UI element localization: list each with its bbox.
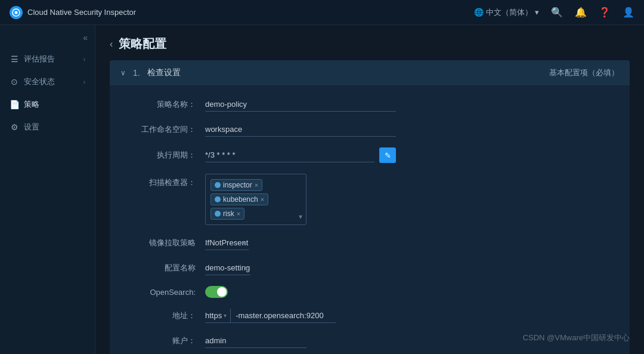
namespace-wrap (205, 122, 396, 137)
sidebar-item-policy[interactable]: 📄 策略 (0, 93, 95, 116)
search-icon[interactable]: 🔍 (551, 7, 563, 18)
security-icon: ⊙ (10, 77, 19, 87)
logo-icon (10, 6, 23, 19)
language-label: 中文（简体） (486, 7, 532, 18)
topbar-right: 🌐 中文（简体） ▾ 🔍 🔔 ❓ 👤 (474, 7, 634, 18)
page-header: ‹ 策略配置 (95, 25, 644, 60)
proto-arrow: ▾ (224, 312, 227, 319)
sidebar: « ☰ 评估报告 › ⊙ 安全状态 › 📄 策略 ⚙ 设置 (0, 25, 95, 354)
settings-section: ∨ 1. 检查设置 基本配置项（必填） 策略名称： 工作命名空间： (110, 60, 630, 354)
assessment-icon: ☰ (10, 54, 19, 64)
opensearch-row: OpenSearch: (140, 286, 615, 298)
proto-label: https (205, 311, 222, 320)
section-number: 1. (133, 68, 140, 78)
sidebar-item-label: 评估报告 (24, 54, 55, 64)
sidebar-item-label: 设置 (24, 122, 39, 133)
topbar: Cloud Native Security Inspector 🌐 中文（简体）… (0, 0, 644, 25)
tag-risk: risk × (210, 208, 244, 220)
pull-policy-label: 镜像拉取策略 (140, 238, 205, 248)
opensearch-label: OpenSearch: (140, 288, 205, 297)
tag-label-inspector: inspector (223, 181, 252, 189)
scanner-label: 扫描检查器： (140, 174, 205, 188)
tag-remove-kubebench[interactable]: × (261, 196, 264, 203)
address-row: 地址： https ▾ (140, 309, 615, 323)
tag-inspector: inspector × (210, 179, 262, 191)
account-label: 账户： (140, 335, 205, 346)
account-input[interactable] (205, 334, 306, 348)
tags-dropdown-arrow[interactable]: ▾ (299, 213, 302, 221)
sidebar-item-label: 安全状态 (24, 76, 55, 87)
language-selector[interactable]: 🌐 中文（简体） ▾ (474, 7, 539, 18)
globe-icon: 🌐 (474, 8, 484, 17)
sidebar-item-label: 策略 (24, 99, 39, 110)
tag-icon-kubebench (215, 196, 221, 202)
sidebar-item-assessment[interactable]: ☰ 评估报告 › (0, 48, 95, 70)
schedule-label: 执行周期： (140, 150, 205, 161)
section-header: ∨ 1. 检查设置 基本配置项（必填） (110, 60, 630, 85)
tag-icon-inspector (215, 182, 221, 188)
namespace-input[interactable] (205, 122, 396, 137)
cron-edit-button[interactable]: ✎ (379, 147, 396, 163)
language-arrow: ▾ (535, 8, 539, 17)
help-icon[interactable]: ❓ (599, 7, 611, 18)
tag-remove-inspector[interactable]: × (255, 181, 258, 189)
address-host-input[interactable] (236, 309, 336, 322)
form-body: 策略名称： 工作命名空间： 执行周期： (110, 85, 630, 354)
proto-selector[interactable]: https ▾ (205, 309, 231, 322)
tag-label-kubebench: kubebench (223, 195, 258, 204)
pull-policy-select-wrap: IfNotPresent Always Never (205, 236, 249, 250)
tag-icon-risk (215, 211, 221, 217)
namespace-label: 工作命名空间： (140, 124, 205, 135)
security-arrow: › (83, 79, 85, 85)
schedule-wrap: ✎ (205, 147, 396, 163)
sidebar-collapse-btn[interactable]: « (0, 30, 95, 48)
tag-kubebench: kubebench × (210, 193, 268, 205)
section-title: 检查设置 (147, 67, 181, 78)
cron-wrap: ✎ (205, 147, 396, 163)
assessment-arrow: › (83, 56, 85, 63)
config-name-select-wrap: demo-setting (205, 261, 250, 275)
watermark: CSDN @VMware中国研发中心 (523, 333, 630, 343)
config-name-row: 配置名称 demo-setting (140, 261, 615, 275)
sidebar-item-security[interactable]: ⊙ 安全状态 › (0, 70, 95, 93)
bell-icon[interactable]: 🔔 (575, 7, 587, 18)
policy-icon: 📄 (10, 100, 19, 109)
opensearch-toggle[interactable] (205, 286, 228, 298)
sidebar-item-settings[interactable]: ⚙ 设置 (0, 116, 95, 138)
svg-point-1 (15, 11, 18, 14)
tag-remove-risk[interactable]: × (237, 210, 240, 217)
config-name-select[interactable]: demo-setting (205, 261, 250, 275)
collapse-icon: « (83, 33, 88, 42)
back-button[interactable]: ‹ (110, 39, 113, 50)
section-toggle[interactable]: ∨ (120, 69, 126, 77)
tag-label-risk: risk (223, 210, 234, 218)
edit-icon: ✎ (385, 151, 391, 160)
policy-name-input[interactable] (205, 97, 396, 112)
section-subtitle: 基本配置项（必填） (549, 67, 619, 78)
user-icon[interactable]: 👤 (623, 7, 634, 18)
address-label: 地址： (140, 310, 205, 321)
pull-policy-row: 镜像拉取策略 IfNotPresent Always Never (140, 236, 615, 250)
namespace-row: 工作命名空间： (140, 122, 615, 137)
cron-input[interactable] (205, 148, 374, 162)
schedule-row: 执行周期： ✎ (140, 147, 615, 163)
scanner-tags-box[interactable]: inspector × kubebench × risk × (205, 174, 306, 225)
page-title: 策略配置 (119, 36, 166, 52)
policy-name-row: 策略名称： (140, 97, 615, 112)
config-name-label: 配置名称 (140, 263, 205, 273)
account-wrap (205, 334, 396, 348)
main-layout: « ☰ 评估报告 › ⊙ 安全状态 › 📄 策略 ⚙ 设置 ‹ 策略配置 (0, 25, 644, 354)
pull-policy-select[interactable]: IfNotPresent Always Never (205, 236, 249, 250)
scanner-row: 扫描检查器： inspector × kubebench × (140, 174, 615, 225)
app-title: Cloud Native Security Inspector (27, 8, 136, 17)
app-logo: Cloud Native Security Inspector (10, 6, 136, 19)
content-area: ‹ 策略配置 ∨ 1. 检查设置 基本配置项（必填） 策略名称： (95, 25, 644, 354)
policy-name-wrap (205, 97, 396, 112)
address-wrap: https ▾ (205, 309, 336, 323)
policy-name-label: 策略名称： (140, 99, 205, 110)
settings-icon: ⚙ (10, 122, 19, 132)
